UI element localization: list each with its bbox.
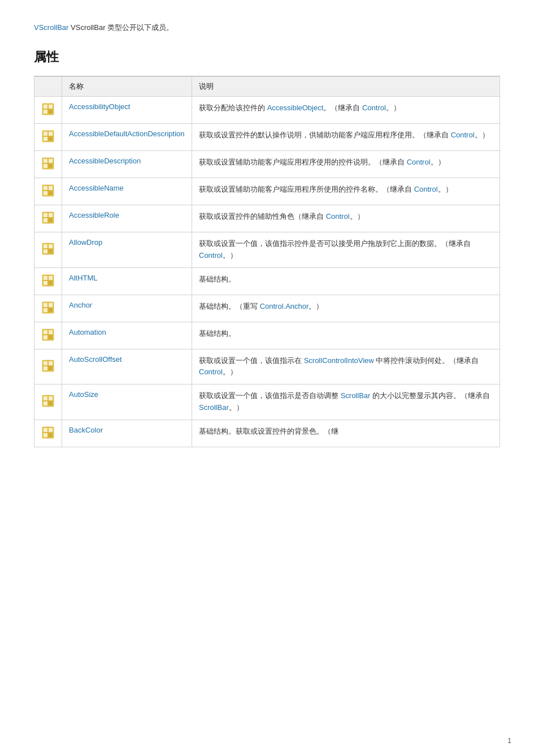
svg-rect-18: [49, 164, 53, 168]
desc-link[interactable]: ScrollBar: [341, 391, 371, 400]
svg-rect-45: [44, 281, 47, 285]
property-name-link[interactable]: Anchor: [69, 301, 92, 309]
svg-rect-24: [44, 191, 47, 195]
svg-rect-79: [49, 428, 53, 432]
desc-text: 。）: [386, 103, 401, 112]
desc-text: 中将控件滚动到何处。（继承自: [374, 356, 479, 365]
table-row: BackColor基础结构。获取或设置控件的背景色。（继: [34, 420, 500, 447]
property-name-cell: AltHTML: [62, 267, 192, 295]
property-name-cell: Automation: [62, 322, 192, 349]
desc-text: 。）: [475, 131, 489, 139]
property-name-cell: BackColor: [62, 420, 192, 447]
svg-rect-36: [44, 244, 47, 248]
property-name-cell: AutoSize: [62, 385, 192, 420]
desc-text: 获取或设置辅助功能客户端应用程序所使用的控件名称。（继承自: [199, 185, 414, 193]
svg-rect-43: [44, 276, 47, 280]
property-desc-cell: 获取分配给该控件的 AccessibleObject。（继承自 Control。…: [192, 97, 500, 124]
svg-rect-52: [44, 308, 47, 312]
property-desc-cell: 基础结构。获取或设置控件的背景色。（继: [192, 420, 500, 447]
desc-text: 基础结构。（重写: [199, 302, 260, 310]
svg-rect-25: [49, 191, 53, 195]
property-name-link[interactable]: AccessibilityObject: [69, 102, 130, 111]
property-icon-cell: [34, 322, 62, 349]
property-desc-cell: 获取或设置控件的默认操作说明，供辅助功能客户端应用程序使用。（继承自 Contr…: [192, 124, 500, 151]
property-name-cell: AllowDrop: [62, 232, 192, 268]
property-name-link[interactable]: BackColor: [69, 426, 103, 434]
property-icon: [41, 102, 55, 116]
desc-text: 。）: [223, 251, 237, 260]
property-icon-cell: [34, 205, 62, 232]
desc-text: 获取分配给该控件的: [199, 103, 267, 112]
property-desc-cell: 基础结构。（重写 Control.Anchor。）: [192, 295, 500, 322]
property-name-cell: AccessibleDefaultActionDescription: [62, 124, 192, 151]
property-icon-cell: [34, 178, 62, 205]
table-header-row: 名称 说明: [34, 77, 500, 97]
table-row: Automation基础结构。: [34, 322, 500, 349]
svg-rect-59: [44, 335, 47, 339]
svg-rect-10: [44, 137, 47, 141]
vscrollbar-link[interactable]: VScrollBar: [34, 23, 68, 32]
property-icon: [41, 242, 55, 256]
svg-rect-29: [44, 213, 47, 217]
property-name-link[interactable]: AutoSize: [69, 390, 98, 399]
svg-rect-81: [49, 433, 53, 437]
svg-rect-15: [44, 159, 47, 163]
table-row: Anchor基础结构。（重写 Control.Anchor。）: [34, 295, 500, 322]
property-name-link[interactable]: AllowDrop: [69, 238, 102, 247]
svg-rect-38: [44, 249, 47, 253]
table-row: AccessibilityObject获取分配给该控件的 AccessibleO…: [34, 97, 500, 124]
desc-link[interactable]: Control: [407, 158, 431, 166]
svg-rect-16: [49, 159, 53, 163]
property-name-link[interactable]: AccessibleRole: [69, 211, 119, 219]
property-name-cell: Anchor: [62, 295, 192, 322]
property-icon: [41, 359, 55, 373]
desc-text: 。）: [431, 158, 445, 166]
desc-link[interactable]: Control: [199, 368, 223, 376]
table-row: AutoSize获取或设置一个值，该值指示是否自动调整 ScrollBar 的大…: [34, 385, 500, 420]
property-name-link[interactable]: AutoScrollOffset: [69, 355, 122, 364]
desc-link[interactable]: Control: [451, 131, 475, 139]
svg-rect-22: [44, 186, 47, 190]
svg-rect-9: [49, 132, 53, 136]
col-name: 名称: [62, 77, 192, 97]
desc-text: 的大小以完整显示其内容。（继承自: [370, 391, 490, 400]
desc-link[interactable]: Control: [414, 185, 438, 193]
desc-link[interactable]: Control: [199, 251, 223, 260]
desc-link[interactable]: Control: [362, 103, 386, 112]
svg-rect-60: [49, 335, 53, 339]
svg-rect-31: [44, 218, 47, 222]
svg-rect-1: [44, 105, 47, 109]
table-row: AccessibleName获取或设置辅助功能客户端应用程序所使用的控件名称。（…: [34, 178, 500, 205]
desc-link[interactable]: AccessibleObject: [267, 103, 324, 112]
property-name-cell: AccessibleDescription: [62, 151, 192, 178]
desc-text: 。）: [229, 403, 244, 412]
property-icon-cell: [34, 349, 62, 385]
property-icon: [41, 157, 55, 170]
svg-rect-17: [44, 164, 47, 168]
desc-text: 获取或设置一个值，该值指示在: [199, 356, 304, 365]
table-row: AllowDrop获取或设置一个值，该值指示控件是否可以接受用户拖放到它上面的数…: [34, 232, 500, 268]
svg-rect-51: [49, 303, 53, 307]
property-name-link[interactable]: AltHTML: [69, 274, 98, 282]
property-icon: [41, 129, 55, 143]
desc-link[interactable]: Control.Anchor: [260, 302, 309, 310]
desc-text: 获取或设置辅助功能客户端应用程序使用的控件说明。（继承自: [199, 158, 407, 166]
property-desc-cell: 基础结构。: [192, 267, 500, 295]
desc-text: 获取或设置控件的默认操作说明，供辅助功能客户端应用程序使用。（继承自: [199, 131, 451, 139]
desc-link[interactable]: ScrollBar: [199, 403, 229, 412]
svg-rect-8: [44, 132, 47, 136]
property-desc-cell: 获取或设置一个值，该值指示在 ScrollControlIntoView 中将控…: [192, 349, 500, 385]
col-desc: 说明: [192, 77, 500, 97]
property-name-link[interactable]: Automation: [69, 328, 106, 336]
property-name-link[interactable]: AccessibleDescription: [69, 157, 141, 165]
property-name-link[interactable]: AccessibleName: [69, 184, 124, 192]
section-title: 属性: [34, 49, 500, 66]
svg-rect-4: [49, 110, 53, 114]
property-name-link[interactable]: AccessibleDefaultActionDescription: [69, 129, 184, 138]
property-icon-cell: [34, 295, 62, 322]
desc-link[interactable]: Control: [326, 212, 350, 221]
table-row: AccessibleDescription获取或设置辅助功能客户端应用程序使用的…: [34, 151, 500, 178]
svg-rect-23: [49, 186, 53, 190]
property-icon: [41, 301, 55, 314]
desc-link[interactable]: ScrollControlIntoView: [304, 356, 374, 365]
